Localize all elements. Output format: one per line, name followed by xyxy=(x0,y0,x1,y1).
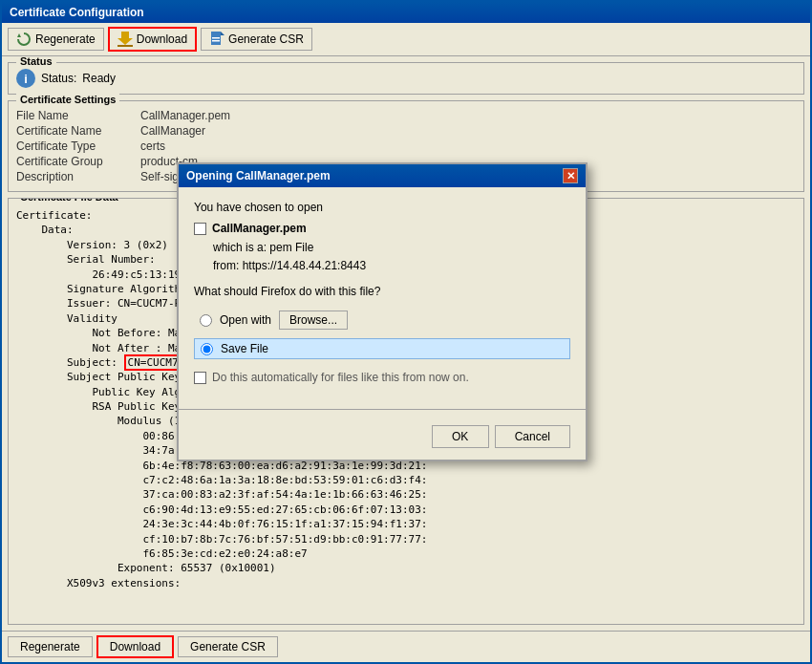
field-label-0: File Name xyxy=(16,109,140,122)
dialog-open-checkbox[interactable] xyxy=(194,223,206,235)
cert-line: cf:10:b7:8b:7c:76:bf:57:51:d9:bb:c0:91:7… xyxy=(16,532,796,546)
dialog-divider xyxy=(179,409,586,410)
open-with-row: Open with Browse... xyxy=(194,308,570,332)
svg-rect-6 xyxy=(212,37,220,39)
dialog-ok-button[interactable]: OK xyxy=(432,425,489,448)
bottom-generate-csr-button[interactable]: Generate CSR xyxy=(178,636,278,657)
status-section-title: Status xyxy=(16,56,56,67)
dialog-filename-row: CallManager.pem xyxy=(194,222,570,235)
open-with-radio[interactable] xyxy=(200,314,212,327)
download-icon xyxy=(118,32,133,47)
field-value-2: certs xyxy=(140,139,796,153)
open-with-label: Open with xyxy=(220,313,271,327)
save-file-row: Save File xyxy=(194,338,570,359)
toolbar: Regenerate Download Generat xyxy=(2,23,810,56)
field-label-4: Description xyxy=(16,170,140,183)
dialog-filename: CallManager.pem xyxy=(212,222,307,235)
field-label-1: Certificate Name xyxy=(16,124,140,138)
bottom-bar: Regenerate Download Generate CSR xyxy=(2,631,810,662)
cert-line: 24:3e:3c:44:4b:0f:76:15:1f:a1:37:15:94:f… xyxy=(16,517,796,531)
dialog-question: What should Firefox do with this file? xyxy=(194,285,570,298)
dialog-buttons: OK Cancel xyxy=(179,418,586,460)
info-icon: i xyxy=(16,69,35,88)
save-file-label: Save File xyxy=(221,342,268,355)
status-section: Status i Status: Ready xyxy=(8,62,804,95)
regenerate-button[interactable]: Regenerate xyxy=(8,28,104,51)
svg-marker-0 xyxy=(17,33,21,37)
cert-line: c7:c2:48:6a:1a:3a:18:8e:bd:53:59:01:c6:d… xyxy=(16,473,796,487)
field-value-1: CallManager xyxy=(140,124,796,138)
save-file-radio[interactable] xyxy=(201,343,213,355)
dialog-from: from: https://14.48.44.21:8443 xyxy=(213,257,570,275)
dialog-title-bar: Opening CallManager.pem ✕ xyxy=(179,164,586,187)
dialog-which-is: which is a: pem File xyxy=(213,239,570,257)
bottom-regenerate-button[interactable]: Regenerate xyxy=(8,636,93,657)
svg-rect-1 xyxy=(121,32,129,38)
auto-checkbox-label: Do this automatically for files like thi… xyxy=(212,371,469,384)
generate-csr-icon xyxy=(209,32,224,47)
browse-button[interactable]: Browse... xyxy=(279,311,348,330)
cert-line: X509v3 extensions: xyxy=(16,576,796,590)
regenerate-icon xyxy=(16,32,32,47)
field-label-3: Certificate Group xyxy=(16,155,140,168)
cert-file-title: Certificate File Data xyxy=(16,198,122,203)
dialog-meta: which is a: pem File from: https://14.48… xyxy=(213,239,570,275)
download-button[interactable]: Download xyxy=(108,27,197,52)
cert-line: Exponent: 65537 (0x10001) xyxy=(16,561,796,575)
svg-marker-5 xyxy=(221,32,224,35)
status-label: Status: xyxy=(41,72,76,85)
cert-line: c6:90:4d:13:e9:55:ed:27:65:cb:06:6f:07:1… xyxy=(16,503,796,517)
dialog-close-button[interactable]: ✕ xyxy=(563,168,578,183)
auto-checkbox[interactable] xyxy=(194,372,206,384)
cert-line: f6:85:3e:cd:e2:e0:24:a8:e7 xyxy=(16,546,796,561)
open-file-dialog: Opening CallManager.pem ✕ You have chose… xyxy=(177,162,588,461)
generate-csr-button[interactable]: Generate CSR xyxy=(201,28,312,51)
dialog-cancel-button[interactable]: Cancel xyxy=(495,425,570,448)
status-row: i Status: Ready xyxy=(9,63,803,94)
title-bar: Certificate Configuration xyxy=(2,2,810,23)
dialog-content: You have chosen to open CallManager.pem … xyxy=(179,187,586,401)
cert-line: 37:ca:00:83:a2:3f:af:54:4a:1e:1b:66:63:4… xyxy=(16,487,796,502)
status-value: Ready xyxy=(82,72,116,85)
field-value-0: CallManager.pem xyxy=(140,109,796,122)
cert-settings-title: Certificate Settings xyxy=(16,94,119,105)
dialog-title: Opening CallManager.pem xyxy=(186,169,331,182)
field-label-2: Certificate Type xyxy=(16,139,140,153)
auto-checkbox-row: Do this automatically for files like thi… xyxy=(194,367,570,388)
window-title: Certificate Configuration xyxy=(10,6,144,19)
svg-marker-2 xyxy=(118,38,133,45)
svg-rect-3 xyxy=(118,45,133,47)
bottom-download-button[interactable]: Download xyxy=(96,635,174,658)
dialog-intro-text: You have chosen to open xyxy=(194,201,570,214)
svg-rect-7 xyxy=(212,40,220,42)
